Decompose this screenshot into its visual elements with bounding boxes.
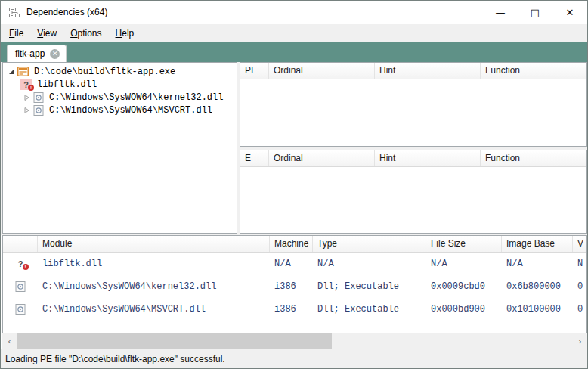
tab-close-icon[interactable]: ✕ — [50, 49, 60, 59]
module-type: N/A — [313, 259, 426, 269]
module-image-base: N/A — [502, 259, 573, 269]
imports-col-ordinal[interactable]: Ordinal — [269, 63, 375, 79]
expander-collapsed-icon[interactable] — [21, 106, 32, 115]
expander-collapsed-icon[interactable] — [21, 93, 32, 102]
menu-view[interactable]: View — [30, 26, 63, 41]
app-window: Dependencies (x64) — □ ✕ File View Optio… — [0, 0, 588, 369]
module-name: C:\Windows\SysWOW64\MSVCRT.dll — [38, 304, 270, 315]
module-image-base: 0x6b800000 — [502, 281, 573, 292]
exports-col-e[interactable]: E — [240, 150, 269, 166]
tab-strip: fltk-app ✕ — [1, 42, 587, 62]
dll-module-icon — [32, 104, 45, 116]
menu-file[interactable]: File — [2, 26, 30, 41]
missing-module-icon: ?! — [3, 259, 38, 269]
modules-col-v[interactable]: V — [573, 236, 586, 252]
modules-col-type[interactable]: Type — [313, 236, 426, 252]
module-file-size: N/A — [426, 259, 502, 269]
module-v: 0 — [573, 281, 586, 292]
exports-header: E Ordinal Hint Function — [240, 150, 586, 167]
dll-module-icon — [3, 281, 38, 292]
module-row-msvcrt[interactable]: C:\Windows\SysWOW64\MSVCRT.dll i386 Dll;… — [3, 298, 586, 321]
module-machine: i386 — [270, 281, 313, 292]
missing-module-icon: ?! — [20, 79, 32, 90]
scroll-left-icon[interactable]: ‹ — [3, 333, 16, 349]
scroll-right-icon[interactable]: › — [574, 333, 586, 349]
modules-header: Module Machine Type File Size Image Base… — [3, 236, 586, 253]
module-machine: N/A — [270, 259, 313, 269]
imports-header: PI Ordinal Hint Function — [240, 63, 586, 79]
dependency-tree-panel: D:\code\build\fltk-app.exe ?! libfltk.dl… — [2, 62, 237, 234]
tree-label: C:\Windows\SysWOW64\kernel32.dll — [49, 92, 223, 103]
imports-panel: PI Ordinal Hint Function — [240, 62, 587, 147]
modules-col-image-base[interactable]: Image Base — [502, 236, 573, 252]
dll-module-icon — [32, 91, 45, 103]
exports-panel: E Ordinal Hint Function — [240, 150, 587, 234]
title-bar: Dependencies (x64) — □ ✕ — [1, 1, 587, 24]
module-file-size: 0x0009cbd0 — [426, 281, 502, 292]
maximize-button[interactable]: □ — [518, 1, 552, 24]
module-type: Dll; Executable — [313, 304, 426, 315]
minimize-button[interactable]: — — [483, 1, 518, 24]
horizontal-scrollbar[interactable]: ‹ › — [2, 333, 588, 349]
imports-col-pi[interactable]: PI — [240, 63, 269, 79]
modules-col-icon[interactable] — [3, 236, 38, 252]
tree-label: D:\code\build\fltk-app.exe — [34, 67, 175, 77]
module-file-size: 0x000bd900 — [426, 304, 502, 315]
modules-col-module[interactable]: Module — [38, 236, 270, 252]
tree-label: libfltk.dll — [37, 79, 97, 90]
tab-fltk-app[interactable]: fltk-app ✕ — [7, 45, 67, 62]
tree-row-fltk-app-exe[interactable]: D:\code\build\fltk-app.exe — [3, 65, 237, 78]
module-type: Dll; Executable — [313, 281, 426, 292]
scrollbar-thumb[interactable] — [17, 333, 332, 349]
module-row-kernel32[interactable]: C:\Windows\SysWOW64\kernel32.dll i386 Dl… — [3, 275, 586, 298]
module-machine: i386 — [270, 304, 313, 315]
module-row-libfltk[interactable]: ?! libfltk.dll N/A N/A N/A N/A N — [3, 253, 586, 275]
module-v: N — [573, 259, 586, 269]
module-image-base: 0x10100000 — [502, 304, 573, 315]
modules-col-machine[interactable]: Machine — [270, 236, 313, 252]
exports-col-function[interactable]: Function — [481, 150, 586, 166]
module-name: libfltk.dll — [38, 259, 270, 269]
app-logo-icon — [8, 7, 20, 19]
status-text: Loading PE file "D:\code\build\fltk-app.… — [5, 354, 225, 364]
close-button[interactable]: ✕ — [552, 1, 587, 24]
tree-label: C:\Windows\SysWOW64\MSVCRT.dll — [49, 105, 212, 116]
tree-row-msvcrt-dll[interactable]: C:\Windows\SysWOW64\MSVCRT.dll — [3, 104, 237, 116]
exe-module-icon — [17, 66, 29, 77]
module-name: C:\Windows\SysWOW64\kernel32.dll — [38, 281, 270, 292]
tree-row-kernel32-dll[interactable]: C:\Windows\SysWOW64\kernel32.dll — [3, 91, 237, 104]
menu-options[interactable]: Options — [63, 26, 108, 41]
expander-expanded-icon[interactable] — [6, 67, 17, 76]
status-bar: Loading PE file "D:\code\build\fltk-app.… — [1, 349, 587, 369]
dll-module-icon — [3, 304, 38, 315]
tree-row-libfltk-dll[interactable]: ?! libfltk.dll — [3, 78, 237, 91]
menu-help[interactable]: Help — [109, 26, 141, 41]
modules-col-file-size[interactable]: File Size — [426, 236, 502, 252]
imports-col-function[interactable]: Function — [481, 63, 586, 79]
menu-bar: File View Options Help — [1, 24, 587, 42]
window-title: Dependencies (x64) — [26, 7, 107, 17]
exports-col-hint[interactable]: Hint — [375, 150, 481, 166]
tab-label: fltk-app — [15, 48, 45, 59]
modules-panel: Module Machine Type File Size Image Base… — [2, 235, 587, 333]
module-v: 0 — [573, 304, 586, 315]
exports-col-ordinal[interactable]: Ordinal — [269, 150, 375, 166]
imports-col-hint[interactable]: Hint — [375, 63, 481, 79]
